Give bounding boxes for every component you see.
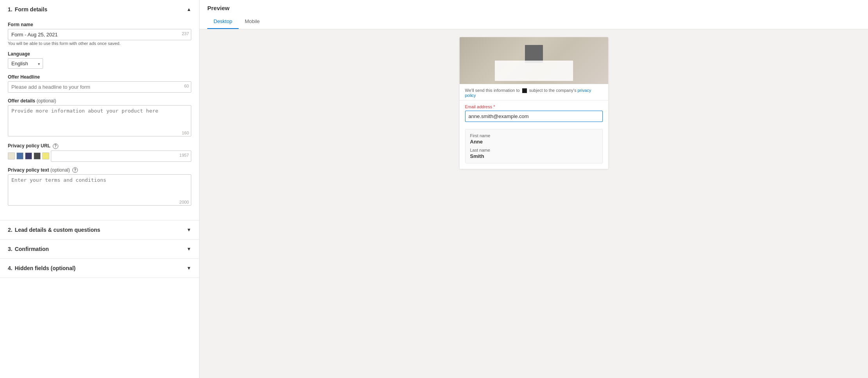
offer-details-label: Offer details (optional) <box>8 98 191 104</box>
color-block-2 <box>16 152 23 159</box>
form-details-content: Form name 237 You will be able to use th… <box>0 19 199 220</box>
email-preview-input[interactable] <box>465 111 603 122</box>
section-confirmation-chevron: ▼ <box>187 246 191 252</box>
privacy-url-row: 1957 <box>8 150 191 162</box>
preview-title: Preview <box>207 5 860 11</box>
section-confirmation-number: 3. <box>8 246 13 252</box>
section-lead-number: 2. <box>8 227 13 233</box>
last-name-label: Last name <box>470 148 598 152</box>
privacy-url-input-wrapper: 1957 <box>51 150 191 162</box>
offer-headline-input-wrapper: 60 <box>8 81 191 93</box>
color-block-5 <box>42 152 49 159</box>
preview-header: Preview Desktop Mobile <box>199 0 868 29</box>
section-hidden-chevron: ▼ <box>187 265 191 271</box>
first-name-field: First name Anne <box>470 133 598 145</box>
company-logo-placeholder <box>522 88 527 93</box>
section-hidden-label: Hidden fields (optional) <box>15 265 187 271</box>
email-section: Email address * <box>460 100 608 126</box>
offer-headline-input[interactable] <box>8 81 191 93</box>
section-lead-chevron: ▼ <box>187 227 191 233</box>
section-hidden-number: 4. <box>8 265 13 271</box>
privacy-text-input-wrapper: 2000 <box>8 174 191 207</box>
privacy-url-input[interactable] <box>51 150 191 162</box>
language-group: Language English French German Spanish ▾ <box>8 51 191 69</box>
offer-details-input-wrapper: 160 <box>8 105 191 138</box>
left-panel: 1. Form details ▲ Form name 237 You will… <box>0 0 199 378</box>
offer-details-textarea[interactable] <box>8 105 191 136</box>
last-name-field: Last name Smith <box>470 148 598 159</box>
section-lead-label: Lead details & custom questions <box>15 227 187 233</box>
section-confirmation-label: Confirmation <box>15 246 187 252</box>
right-panel: Preview Desktop Mobile We'll send this i… <box>199 0 868 378</box>
language-label: Language <box>8 51 191 57</box>
privacy-notice-text: We'll send this information to <box>465 88 520 93</box>
section-hidden-fields: 4. Hidden fields (optional) ▼ <box>0 259 199 278</box>
tab-desktop[interactable]: Desktop <box>207 15 239 29</box>
privacy-url-group: Privacy policy URL ? 1957 <box>8 143 191 162</box>
section-form-details-label: Form details <box>15 6 187 13</box>
privacy-subject-text: subject to the company's <box>529 88 577 93</box>
privacy-text-help-icon[interactable]: ? <box>72 167 78 173</box>
privacy-text-label: Privacy policy text (optional) ? <box>8 167 191 173</box>
privacy-notice: We'll send this information to subject t… <box>460 84 608 100</box>
section-form-details-header[interactable]: 1. Form details ▲ <box>0 0 199 19</box>
offer-details-group: Offer details (optional) 160 <box>8 98 191 138</box>
form-name-group: Form name 237 You will be able to use th… <box>8 22 191 46</box>
first-name-value: Anne <box>470 139 598 145</box>
first-name-label: First name <box>470 133 598 138</box>
privacy-text-textarea[interactable] <box>8 174 191 206</box>
privacy-text-optional: (optional) <box>50 167 70 173</box>
section-hidden-header[interactable]: 4. Hidden fields (optional) ▼ <box>0 259 199 278</box>
last-name-value: Smith <box>470 153 598 159</box>
offer-headline-group: Offer Headline 60 <box>8 74 191 93</box>
ad-overlay-box <box>495 61 573 81</box>
section-lead-details: 2. Lead details & custom questions ▼ <box>0 220 199 240</box>
privacy-text-group: Privacy policy text (optional) ? 2000 <box>8 167 191 207</box>
section-form-details: 1. Form details ▲ Form name 237 You will… <box>0 0 199 220</box>
offer-headline-label: Offer Headline <box>8 74 191 80</box>
email-label: Email address * <box>465 104 603 109</box>
section-confirmation: 3. Confirmation ▼ <box>0 240 199 259</box>
language-select[interactable]: English French German Spanish <box>8 58 43 69</box>
color-block-1 <box>8 152 15 159</box>
name-section: First name Anne Last name Smith <box>465 129 603 163</box>
preview-content: We'll send this information to subject t… <box>199 29 868 177</box>
section-confirmation-header[interactable]: 3. Confirmation ▼ <box>0 240 199 258</box>
section-form-details-title: 1. <box>8 6 13 13</box>
privacy-url-help-icon[interactable]: ? <box>53 143 58 149</box>
section-form-details-chevron: ▲ <box>187 7 191 12</box>
form-name-hint: You will be able to use this form with o… <box>8 41 191 46</box>
preview-card: We'll send this information to subject t… <box>460 37 608 169</box>
form-name-input[interactable] <box>8 29 191 40</box>
section-lead-details-header[interactable]: 2. Lead details & custom questions ▼ <box>0 220 199 239</box>
offer-details-optional: (optional) <box>36 98 56 104</box>
ad-preview-area <box>460 37 608 84</box>
color-block-4 <box>34 152 41 159</box>
privacy-url-label: Privacy policy URL ? <box>8 143 191 149</box>
email-required-marker: * <box>493 104 495 109</box>
preview-tabs: Desktop Mobile <box>207 15 860 29</box>
tab-mobile[interactable]: Mobile <box>239 15 266 29</box>
form-name-input-wrapper: 237 <box>8 29 191 40</box>
color-block-3 <box>25 152 32 159</box>
form-name-label: Form name <box>8 22 191 27</box>
language-select-wrapper: English French German Spanish ▾ <box>8 58 43 69</box>
